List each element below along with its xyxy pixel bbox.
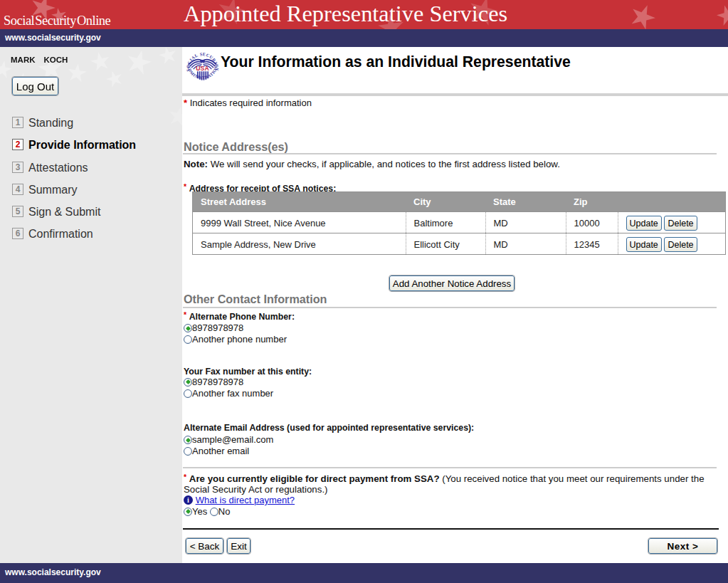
svg-text:USA: USA	[196, 65, 209, 72]
svg-text:i: i	[187, 496, 189, 504]
